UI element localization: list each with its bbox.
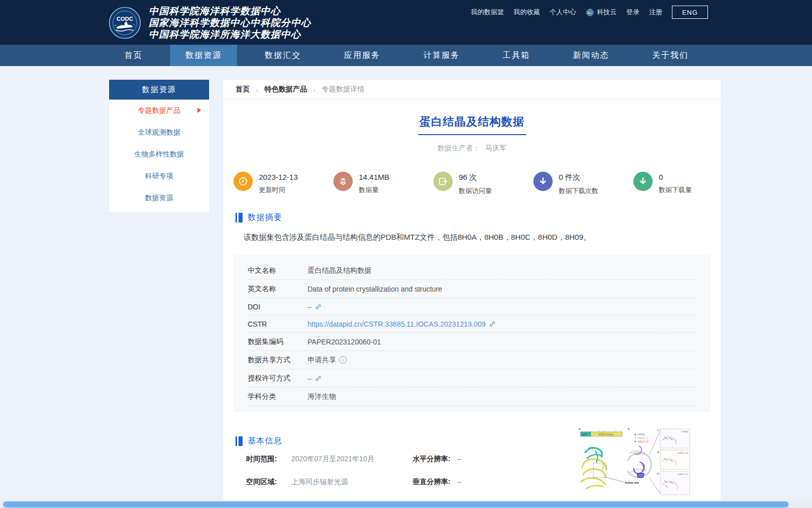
org-line-2: 国家海洋科学数据中心中科院分中心 [149, 17, 311, 28]
table-row: CSTR https://datapid.cn/CSTR:33685.11.IO… [248, 315, 696, 333]
section-marker-icon [235, 213, 243, 223]
sidebar-item-data-resources[interactable]: 数据资源 [109, 187, 209, 209]
nav-item-about-us[interactable]: 关于我们 [637, 45, 704, 66]
table-row: 英文名称 Data of protein crystallization and… [248, 280, 696, 298]
stat-value: 2023-12-13 [259, 173, 298, 181]
export-icon [433, 172, 453, 191]
stat-data-visits: 96 次 数据访问量 [433, 172, 524, 196]
svg-text:VaESLT_A: VaESLT_A [637, 437, 649, 439]
table-row: 中文名称 蛋白结晶及结构数据 [248, 262, 696, 280]
table-row: 授权许可方式 – [248, 369, 696, 388]
table-row: 数据共享方式 申请共享 i [248, 351, 696, 369]
horizontal-scrollbar-track[interactable] [0, 500, 812, 508]
download-arrow-icon [633, 172, 653, 191]
svg-text:c: c [657, 428, 659, 431]
stat-label: 更新时间 [259, 185, 298, 195]
stat-label: 数据下载次数 [559, 186, 598, 196]
main-nav-inner: 首页 数据资源 数据汇交 应用服务 计算服务 工具箱 新闻动态 关于我们 [109, 45, 704, 66]
doi-value[interactable]: – [308, 303, 322, 311]
sidebar-item-label: 全球观测数据 [138, 128, 181, 137]
cstcloud-label: 科技云 [597, 8, 617, 17]
producer-label: 数据生产者： [437, 144, 480, 152]
nav-item-news[interactable]: 新闻动态 [558, 45, 625, 66]
svg-text:VvPlpA: VvPlpA [637, 433, 646, 436]
cstcloud-link[interactable]: 科技云 [586, 8, 617, 17]
basic-value: – [457, 478, 461, 486]
nav-item-computing-services[interactable]: 计算服务 [408, 45, 475, 66]
nav-item-home[interactable]: 首页 [109, 45, 158, 66]
cstr-link[interactable]: https://datapid.cn/CSTR:33685.11.IOCAS.2… [308, 320, 496, 328]
sidebar-item-label: 数据资源 [145, 194, 174, 203]
sidebar-item-research-projects[interactable]: 科研专项 [109, 165, 209, 187]
svg-text:CODC: CODC [117, 16, 133, 22]
nav-item-application-services[interactable]: 应用服务 [329, 45, 396, 66]
org-line-3: 中国科学院海洋所海洋大数据中心 [149, 28, 311, 40]
basic-label: 空间区域: [246, 478, 277, 487]
basic-label: 时间范围: [246, 455, 277, 464]
chevron-separator-icon: › [256, 85, 258, 94]
field-label: 英文名称 [248, 284, 308, 294]
page: CODC 中国科学院海洋科学数据中心 国家海洋科学数据中心中科院分中心 中国科学… [0, 0, 812, 508]
org-line-1: 中国科学院海洋科学数据中心 [149, 5, 311, 17]
my-data-basket-link[interactable]: 我的数据篮 [471, 8, 504, 17]
stat-label: 数据量 [359, 185, 389, 195]
svg-text:NTD: NTD [588, 447, 594, 450]
svg-text:VaESLT_B: VaESLT_B [637, 440, 649, 443]
basic-value: 2020年07月至2021年10月 [291, 455, 374, 464]
dataset-title[interactable]: 蛋白结晶及结构数据 [418, 114, 526, 135]
svg-text:d: d [657, 451, 659, 454]
site-logo[interactable]: CODC 中国科学院海洋科学数据中心 国家海洋科学数据中心中科院分中心 中国科学… [108, 5, 311, 40]
cstr-url[interactable]: https://datapid.cn/CSTR:33685.11.IOCAS.2… [308, 320, 486, 328]
dataset-info-table: 中文名称 蛋白结晶及结构数据 英文名称 Data of protein crys… [233, 254, 710, 412]
svg-text:VaESLT_A: VaESLT_A [678, 452, 688, 454]
dataset-summary: 该数据集包含涉及蛋白结晶与结构信息的PDB和MTZ文件，包括8H0A，8H0B，… [244, 232, 700, 243]
info-icon[interactable]: i [339, 356, 347, 364]
link-icon[interactable] [489, 321, 496, 328]
field-label: 中文名称 [248, 266, 308, 275]
field-value: PAPER2023120060-01 [308, 338, 381, 346]
stat-value: 96 次 [459, 173, 492, 182]
svg-text:b: b [628, 427, 630, 430]
sidebar: 数据资源 专题数据产品 全球观测数据 生物多样性数据 科研专项 数据资源 [109, 80, 209, 212]
svg-text:e: e [657, 472, 659, 475]
stat-value: 0 [659, 173, 692, 181]
breadcrumb-special-data-products[interactable]: 特色数据产品 [264, 85, 307, 94]
sidebar-title: 数据资源 [109, 80, 209, 100]
my-favorites-link[interactable]: 我的收藏 [514, 8, 540, 17]
basic-value: – [457, 455, 461, 463]
nav-item-toolbox[interactable]: 工具箱 [487, 45, 545, 66]
svg-text:NTD: NTD [583, 433, 588, 436]
sidebar-item-global-observation-data[interactable]: 全球观测数据 [109, 121, 209, 143]
breadcrumb-current: 专题数据详情 [322, 85, 364, 94]
stat-label: 数据下载量 [659, 185, 692, 195]
producer-line: 数据生产者：马庆军 [223, 144, 721, 153]
language-toggle-button[interactable]: ENG [672, 6, 708, 19]
field-label: 数据共享方式 [248, 356, 308, 365]
horizontal-scrollbar-thumb[interactable] [3, 501, 789, 507]
personal-center-link[interactable]: 个人中心 [550, 8, 576, 17]
stat-update-time: 2023-12-13 更新时间 [233, 172, 324, 196]
summary-section-header: 数据摘要 [235, 212, 708, 223]
breadcrumb-home[interactable]: 首页 [235, 85, 250, 94]
sidebar-item-label: 专题数据产品 [138, 106, 181, 115]
summary-section-title: 数据摘要 [248, 212, 282, 223]
register-link[interactable]: 注册 [649, 8, 662, 17]
stat-download-count: 0 件次 数据下载次数 [533, 172, 624, 196]
link-icon[interactable] [315, 303, 322, 310]
dataset-figure-thumbnail[interactable]: a NTD SGNH domain NTD Active site [575, 425, 692, 496]
field-label: DOI [248, 303, 308, 311]
nav-item-data-submission[interactable]: 数据汇交 [250, 45, 317, 66]
svg-text:VaESLT_B: VaESLT_B [678, 473, 688, 475]
producer-name: 马庆军 [485, 144, 506, 152]
nav-item-data-resources[interactable]: 数据资源 [170, 45, 237, 66]
link-icon[interactable] [315, 375, 322, 382]
clock-icon [233, 172, 253, 191]
main-nav: 首页 数据资源 数据汇交 应用服务 计算服务 工具箱 新闻动态 关于我们 [0, 45, 812, 66]
content-panel: 首页 › 特色数据产品 › 专题数据详情 蛋白结晶及结构数据 数据生产者：马庆军… [223, 80, 721, 508]
login-link[interactable]: 登录 [626, 8, 639, 17]
sidebar-item-special-data-products[interactable]: 专题数据产品 [109, 100, 209, 121]
sidebar-item-biodiversity-data[interactable]: 生物多样性数据 [109, 143, 209, 165]
license-text: – [308, 374, 312, 383]
license-value[interactable]: – [308, 374, 322, 383]
layers-icon [333, 172, 353, 191]
